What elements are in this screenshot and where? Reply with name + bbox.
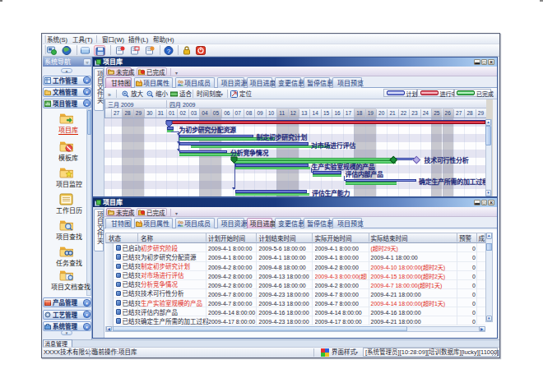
svg-text:?: ? xyxy=(167,48,171,55)
